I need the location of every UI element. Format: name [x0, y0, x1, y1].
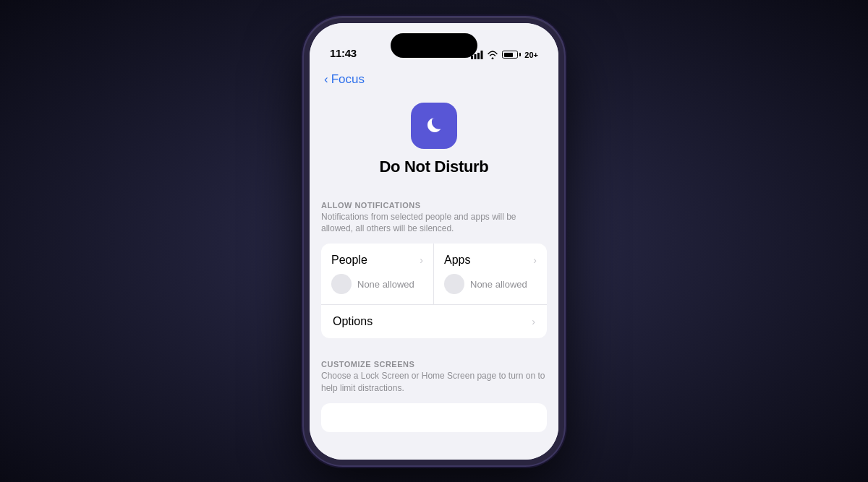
people-card-bottom: None allowed: [331, 274, 423, 294]
people-sublabel: None allowed: [357, 279, 414, 290]
section-label-customize: CUSTOMIZE SCREENS: [310, 350, 558, 370]
options-label: Options: [333, 315, 373, 328]
section-sublabel-allow: Notifications from selected people and a…: [310, 211, 558, 244]
cards-row: People › None allowed: [321, 244, 547, 304]
moon-icon: [420, 112, 448, 139]
back-label[interactable]: Focus: [331, 72, 365, 87]
options-chevron-icon: ›: [532, 316, 535, 327]
allow-notifications-section: ALLOW NOTIFICATIONS Notifications from s…: [310, 191, 558, 339]
svg-rect-1: [475, 54, 477, 59]
people-chevron-icon: ›: [420, 254, 423, 266]
page-title: Do Not Disturb: [379, 158, 488, 176]
section-sublabel-customize: Choose a Lock Screen or Home Screen page…: [310, 370, 558, 403]
wifi-icon: [487, 51, 498, 59]
customize-screens-section: CUSTOMIZE SCREENS Choose a Lock Screen o…: [310, 350, 558, 432]
people-avatar: [331, 274, 352, 294]
people-label: People: [331, 254, 367, 267]
screen: 11:43: [310, 23, 558, 460]
dnd-icon: [411, 103, 457, 149]
apps-label: Apps: [444, 254, 470, 267]
svg-rect-0: [471, 56, 473, 59]
battery-icon: [502, 51, 521, 59]
section-label-allow: ALLOW NOTIFICATIONS: [310, 191, 558, 211]
apps-avatar: [444, 274, 464, 294]
people-card[interactable]: People › None allowed: [321, 244, 434, 304]
svg-rect-3: [481, 51, 483, 59]
content-area: ‹ Focus Do Not Disturb ALLOW NOTIFICATIO…: [310, 65, 558, 460]
apps-sublabel: None allowed: [470, 279, 527, 290]
customize-screens-card: [321, 403, 547, 432]
back-chevron-icon: ‹: [324, 72, 328, 87]
scene: 11:43: [0, 0, 868, 482]
phone-shell: 11:43: [304, 17, 564, 465]
dynamic-island: [391, 33, 477, 58]
people-card-top: People ›: [331, 254, 423, 267]
header-section: Do Not Disturb: [310, 91, 558, 191]
notifications-card-group: People › None allowed: [321, 244, 547, 338]
battery-label: 20+: [524, 51, 538, 59]
nav-back[interactable]: ‹ Focus: [310, 65, 558, 91]
apps-card-bottom: None allowed: [444, 274, 537, 294]
apps-chevron-icon: ›: [533, 254, 537, 266]
svg-rect-2: [477, 53, 480, 59]
apps-card[interactable]: Apps › None allowed: [434, 244, 547, 304]
apps-card-top: Apps ›: [444, 254, 537, 267]
status-icons: 20+: [471, 51, 538, 59]
status-time: 11:43: [330, 47, 357, 59]
options-row[interactable]: Options ›: [321, 304, 547, 338]
